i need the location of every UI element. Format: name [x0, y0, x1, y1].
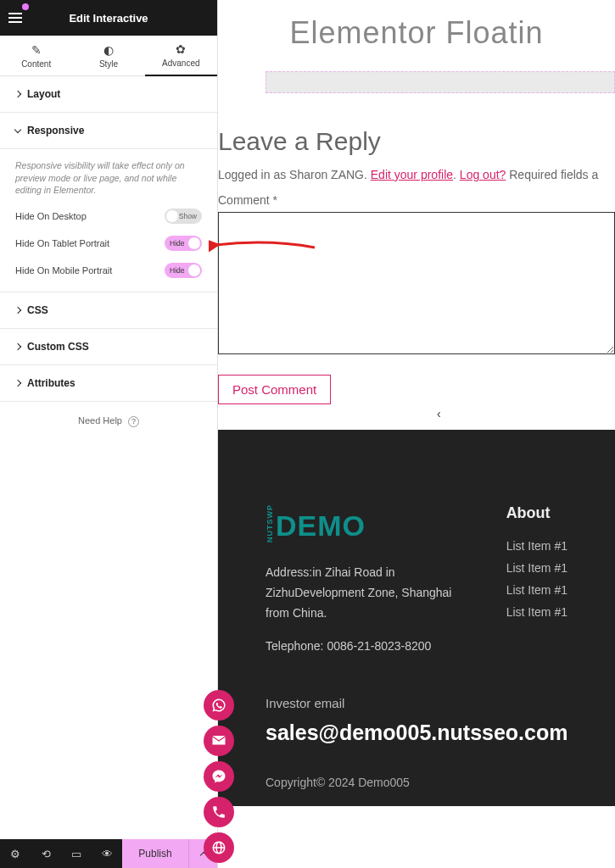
- toggle-row-mobile: Hide On Mobile Portrait Hide: [15, 263, 202, 278]
- logout-link[interactable]: Log out?: [460, 168, 506, 181]
- toggle-label: Hide On Mobile Portrait: [15, 265, 112, 275]
- sales-email[interactable]: sales@demo005.nutsseo.com: [266, 721, 567, 745]
- panel-body: Layout Responsive Responsive visibility …: [0, 76, 217, 839]
- footer-left: NUTSWP DEMO Address:in Zihai Road in Ziz…: [266, 504, 456, 670]
- toggle-knob: [188, 264, 200, 276]
- reply-meta: Logged in as Sharon ZANG. Edit your prof…: [218, 168, 615, 181]
- section-responsive[interactable]: Responsive: [0, 113, 217, 149]
- section-custom-css[interactable]: Custom CSS: [0, 329, 217, 365]
- tabs: ✎ Content ◐ Style ✿ Advanced: [0, 36, 217, 76]
- scroll-indicator[interactable]: ‹: [437, 407, 441, 420]
- section-css[interactable]: CSS: [0, 292, 217, 329]
- toggle-text: Hide: [170, 266, 184, 275]
- chevron-right-icon: [14, 380, 21, 387]
- email-button[interactable]: [204, 726, 234, 756]
- toggle-row-tablet: Hide On Tablet Portrait Hide: [15, 236, 202, 251]
- tab-label: Content: [21, 59, 51, 69]
- hide-tablet-toggle[interactable]: Hide: [165, 236, 202, 251]
- bottom-bar: ⚙ ⟲ ▭ 👁 Publish: [0, 839, 217, 868]
- globe-icon: [211, 840, 226, 855]
- preview-area: Elementor Floatin Leave a Reply Logged i…: [218, 0, 615, 868]
- publish-button[interactable]: Publish: [122, 839, 188, 868]
- section-label: CSS: [27, 304, 48, 316]
- section-attributes[interactable]: Attributes: [0, 365, 217, 402]
- preview-button[interactable]: 👁: [92, 839, 122, 868]
- need-help[interactable]: Need Help ?: [0, 402, 217, 441]
- tab-content[interactable]: ✎ Content: [0, 36, 72, 76]
- list-item[interactable]: List Item #1: [506, 583, 567, 597]
- chevron-down-icon: [14, 125, 21, 132]
- chevron-right-icon: [14, 307, 21, 314]
- phone-button[interactable]: [204, 797, 234, 827]
- section-label: Attributes: [27, 377, 75, 389]
- responsive-button[interactable]: ▭: [61, 839, 92, 868]
- toggle-knob: [188, 237, 200, 249]
- investor-label: Investor email: [266, 696, 567, 710]
- panel-title: Edit Interactive: [31, 12, 217, 25]
- hamburger-icon: [8, 13, 22, 23]
- required-text: Required fields a: [506, 168, 598, 181]
- tab-label: Advanced: [162, 58, 199, 68]
- whatsapp-icon: [211, 698, 226, 713]
- responsive-content: Responsive visibility will take effect o…: [0, 149, 217, 292]
- list-item[interactable]: List Item #1: [506, 605, 567, 619]
- section-layout[interactable]: Layout: [0, 76, 217, 113]
- notification-dot: [22, 3, 29, 10]
- copyright: Copyright© 2024 Demo005: [266, 776, 567, 789]
- section-label: Layout: [27, 88, 60, 100]
- comment-textarea[interactable]: [218, 212, 615, 354]
- eye-icon: 👁: [102, 848, 113, 860]
- history-button[interactable]: ⟲: [31, 839, 61, 868]
- toggle-knob: [166, 210, 178, 222]
- comment-label: Comment *: [218, 193, 615, 207]
- post-comment-button[interactable]: Post Comment: [218, 375, 331, 404]
- section-label: Responsive: [27, 125, 84, 136]
- messenger-icon: [211, 769, 226, 784]
- logo-main-text: DEMO: [276, 509, 366, 542]
- footer-logo: NUTSWP DEMO: [266, 504, 456, 542]
- help-icon: ?: [128, 416, 139, 427]
- list-item[interactable]: List Item #1: [506, 539, 567, 553]
- history-icon: ⟲: [42, 848, 51, 860]
- toggle-label: Hide On Desktop: [15, 211, 87, 221]
- page-title: Elementor Floatin: [218, 0, 615, 71]
- section-label: Custom CSS: [27, 341, 89, 353]
- panel-header: Edit Interactive: [0, 0, 217, 36]
- footer: NUTSWP DEMO Address:in Zihai Road in Ziz…: [218, 430, 615, 806]
- list-item[interactable]: List Item #1: [506, 561, 567, 575]
- footer-telephone: Telephone: 0086-21-8023-8200: [266, 637, 456, 657]
- gear-icon: ✿: [176, 42, 186, 56]
- hide-desktop-toggle[interactable]: Show: [165, 209, 202, 224]
- whatsapp-button[interactable]: [204, 690, 234, 721]
- toggle-row-desktop: Hide On Desktop Show: [15, 209, 202, 224]
- toggle-label: Hide On Tablet Portrait: [15, 238, 109, 248]
- edit-profile-link[interactable]: Edit your profile: [371, 168, 453, 181]
- responsive-info: Responsive visibility will take effect o…: [15, 159, 202, 197]
- envelope-icon: [211, 733, 226, 748]
- footer-address: Address:in Zihai Road in ZizhuDevelopmen…: [266, 563, 456, 623]
- chevron-right-icon: [14, 343, 21, 350]
- floating-chat-bar: [219, 690, 234, 868]
- reply-title: Leave a Reply: [218, 127, 615, 156]
- pencil-icon: ✎: [31, 43, 42, 57]
- contrast-icon: ◐: [103, 43, 114, 57]
- footer-columns: NUTSWP DEMO Address:in Zihai Road in Ziz…: [266, 504, 567, 670]
- publish-label: Publish: [138, 848, 171, 860]
- tab-style[interactable]: ◐ Style: [72, 36, 144, 76]
- reply-section: Leave a Reply Logged in as Sharon ZANG. …: [218, 93, 615, 404]
- phone-icon: [211, 804, 226, 820]
- hide-mobile-toggle[interactable]: Hide: [165, 263, 202, 278]
- toggle-text: Show: [179, 212, 197, 220]
- editor-panel: Edit Interactive ✎ Content ◐ Style ✿ Adv…: [0, 0, 218, 868]
- gear-icon: ⚙: [10, 848, 20, 860]
- widget-placeholder[interactable]: [266, 71, 615, 93]
- footer-right: About List Item #1 List Item #1 List Ite…: [506, 504, 567, 670]
- tab-advanced[interactable]: ✿ Advanced: [145, 36, 217, 76]
- messenger-button[interactable]: [204, 761, 234, 792]
- chevron-right-icon: [14, 91, 21, 97]
- settings-button[interactable]: ⚙: [0, 839, 31, 868]
- devices-icon: ▭: [71, 848, 81, 860]
- logo-side-text: NUTSWP: [266, 504, 274, 542]
- tab-label: Style: [99, 59, 118, 69]
- globe-button[interactable]: [204, 832, 234, 863]
